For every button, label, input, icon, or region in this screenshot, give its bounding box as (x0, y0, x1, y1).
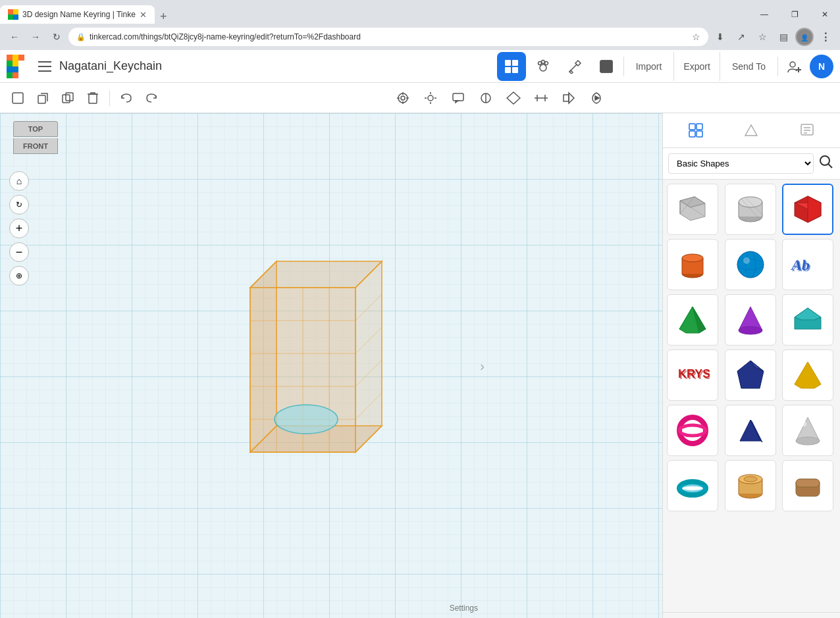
user-avatar[interactable]: N (810, 55, 833, 78)
close-button[interactable]: ✕ (810, 5, 840, 24)
hamburger-menu[interactable] (34, 56, 55, 77)
panel-tab-shape[interactable] (737, 117, 766, 143)
svg-marker-114 (795, 362, 821, 388)
delete-button[interactable] (82, 87, 104, 109)
svg-marker-104 (679, 307, 699, 333)
comment-button[interactable] (447, 87, 469, 109)
svg-point-14 (544, 61, 548, 64)
duplicate-button[interactable] (57, 87, 79, 109)
star-icon[interactable]: ☆ (692, 32, 700, 42)
tools-button[interactable] (560, 52, 589, 81)
svg-rect-36 (453, 93, 463, 101)
svg-point-25 (398, 93, 407, 103)
lock-icon: 🔒 (76, 33, 86, 41)
animate-button[interactable] (585, 87, 608, 109)
tinkercad-logo[interactable] (7, 55, 30, 78)
bookmark-icon[interactable]: ☆ (753, 28, 772, 46)
panel-tab-note[interactable] (793, 117, 822, 143)
extensions-icon[interactable]: ⬇ (711, 28, 729, 46)
export-button[interactable]: Export (673, 52, 720, 81)
controls-button[interactable] (529, 52, 558, 81)
tab-favicon (8, 9, 18, 20)
grid-view-button[interactable] (497, 52, 526, 81)
maximize-button[interactable]: ❐ (779, 5, 810, 24)
svg-rect-67 (696, 131, 702, 137)
shape-text[interactable]: Ab Ab (782, 239, 833, 290)
shape-3d-text[interactable]: KRYS KRYS (667, 349, 718, 401)
user-profile-browser[interactable]: 👤 (795, 28, 814, 46)
shape-cone-gray[interactable] (782, 405, 833, 456)
svg-point-123 (679, 485, 706, 492)
light-button[interactable] (419, 87, 442, 109)
orbit-button[interactable]: ↻ (9, 195, 29, 215)
shape-pyramid-yellow[interactable] (782, 349, 833, 401)
redo-button[interactable] (140, 87, 163, 109)
panel-toggle-arrow[interactable]: › (480, 358, 485, 373)
align-button[interactable] (530, 87, 552, 109)
svg-rect-5 (38, 66, 51, 67)
forward-button[interactable]: → (26, 28, 45, 46)
shapes-category-dropdown[interactable]: Basic Shapes (668, 153, 814, 174)
shape-box-rounded[interactable] (782, 460, 833, 511)
svg-point-121 (801, 421, 806, 426)
refresh-button[interactable]: ↻ (47, 28, 66, 46)
focus-button[interactable] (392, 87, 414, 109)
top-view-button[interactable]: TOP (13, 121, 58, 137)
send-to-button[interactable]: Send To (723, 52, 775, 81)
svg-point-72 (820, 156, 829, 165)
new-tab-button[interactable]: + (155, 10, 172, 24)
share-icon[interactable]: ↗ (732, 28, 750, 46)
svg-text:KRYS: KRYS (679, 369, 710, 382)
svg-rect-6 (38, 70, 51, 72)
sidebar-toggle[interactable]: ▤ (774, 28, 793, 46)
mirror-button[interactable] (475, 87, 497, 109)
shape-pyramid-green[interactable] (667, 294, 718, 346)
back-button[interactable]: ← (5, 28, 24, 46)
zoom-out-button[interactable]: − (9, 242, 29, 262)
tab-close-icon[interactable]: ✕ (140, 10, 147, 20)
shape-box[interactable] (782, 184, 833, 235)
nav-controls: ⌂ ↻ + − ⊕ (9, 171, 29, 286)
shape-sphere[interactable] (725, 239, 776, 290)
svg-marker-39 (507, 92, 520, 104)
minimize-button[interactable]: — (749, 5, 779, 24)
add-person-button[interactable] (781, 53, 807, 80)
svg-point-127 (744, 476, 757, 482)
shape-torus-pink[interactable] (667, 405, 718, 456)
copy-paste-button[interactable] (32, 87, 54, 109)
svg-point-93 (682, 254, 703, 262)
project-title: Nagatani_Keychain (59, 59, 493, 73)
svg-point-106 (739, 326, 762, 334)
shape-cone-purple[interactable] (725, 294, 776, 346)
shape-cylinder-diagonal[interactable] (725, 184, 776, 235)
group-button[interactable] (502, 87, 525, 109)
shape-prism-blue[interactable] (725, 405, 776, 456)
front-view-button[interactable]: FRONT (13, 138, 58, 154)
reset-view-button[interactable]: ⊕ (9, 266, 29, 286)
svg-line-73 (828, 164, 832, 168)
flip-button[interactable] (558, 87, 580, 109)
undo-button[interactable] (115, 87, 138, 109)
new-object-button[interactable] (7, 87, 29, 109)
3d-object[interactable] (237, 248, 408, 475)
shape-box-diagonal[interactable] (667, 184, 718, 235)
browser-menu[interactable]: ⋮ (816, 28, 835, 46)
settings-label[interactable]: Settings (450, 604, 478, 613)
search-shapes-button[interactable] (818, 153, 835, 174)
shape-tube[interactable] (725, 460, 776, 511)
svg-point-12 (538, 61, 541, 64)
svg-point-82 (739, 197, 762, 207)
zoom-in-button[interactable]: + (9, 219, 29, 238)
svg-rect-4 (38, 61, 51, 63)
home-view-button[interactable]: ⌂ (9, 171, 29, 191)
shape-roof[interactable] (782, 294, 833, 346)
panel-tab-grid[interactable] (681, 117, 710, 143)
shape-cylinder[interactable] (667, 239, 718, 290)
shape-diamond[interactable] (725, 349, 776, 401)
shape-torus-teal[interactable] (667, 460, 718, 511)
import-button[interactable]: Import (627, 52, 671, 81)
gallery-button[interactable] (592, 52, 621, 81)
svg-rect-65 (696, 124, 702, 130)
address-input[interactable] (90, 32, 688, 41)
right-panel: Basic Shapes (662, 113, 840, 618)
